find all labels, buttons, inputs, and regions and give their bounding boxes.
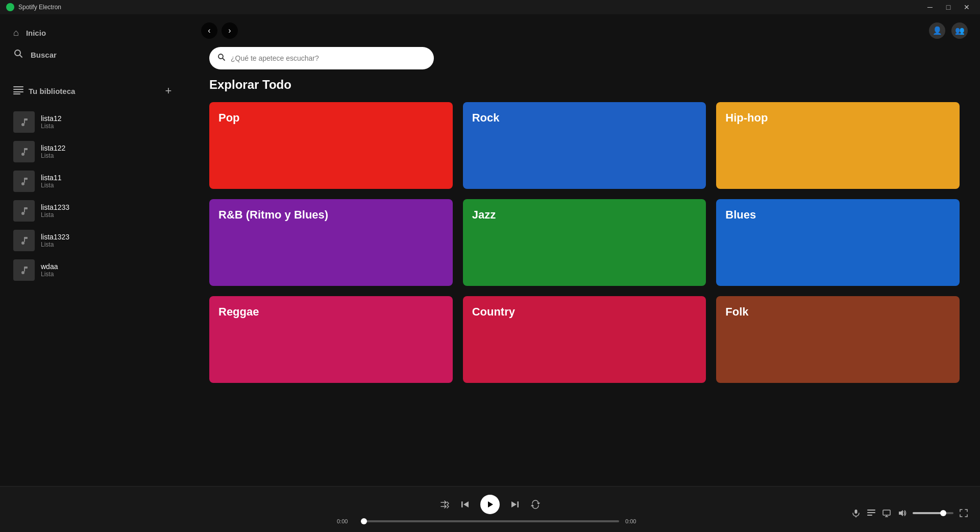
library-title-group: Tu biblioteca — [13, 86, 75, 96]
playlist-thumb — [13, 141, 35, 162]
genre-label: Country — [472, 305, 515, 318]
genre-label: Blues — [725, 208, 756, 221]
svg-marker-29 — [488, 501, 493, 507]
play-button[interactable] — [480, 495, 500, 514]
playlist-info: lista1323 Lista — [41, 233, 69, 248]
genre-label: Pop — [218, 111, 240, 124]
home-icon: ⌂ — [13, 28, 19, 38]
genre-card-rnb[interactable]: R&B (Ritmo y Blues) — [209, 199, 453, 286]
mic-button[interactable] — [851, 509, 861, 518]
window-controls: ─ □ ✕ — [923, 0, 974, 14]
back-button[interactable]: ‹ — [201, 22, 217, 39]
playlist-item[interactable]: lista12 Lista — [6, 107, 183, 137]
svg-rect-35 — [867, 512, 875, 513]
header-right: 👤 👥 — [929, 22, 968, 39]
titlebar-left: Spotify Electron — [6, 3, 61, 11]
svg-marker-40 — [899, 510, 903, 516]
screen-button[interactable] — [882, 509, 891, 518]
svg-line-26 — [223, 58, 225, 60]
svg-marker-28 — [463, 501, 469, 507]
progress-track[interactable] — [361, 520, 619, 522]
library-header: Tu biblioteca + — [6, 79, 183, 103]
volume-track[interactable] — [913, 512, 953, 514]
sidebar-search-label: Buscar — [31, 51, 57, 59]
content-header: ‹ › 👤 👥 — [189, 14, 980, 47]
playlist-name: lista11 — [41, 174, 61, 182]
svg-rect-27 — [461, 501, 463, 507]
svg-line-2 — [20, 55, 22, 58]
genre-label: Reggae — [218, 305, 259, 318]
genre-card-folk[interactable]: Folk — [716, 296, 960, 383]
explore-content: Explorar Todo PopRockHip-hopR&B (Ritmo y… — [189, 78, 980, 486]
genre-card-rock[interactable]: Rock — [463, 102, 706, 189]
svg-rect-4 — [13, 89, 23, 90]
playlist-name: lista1323 — [41, 233, 69, 241]
friends-icon: 👥 — [955, 26, 965, 35]
library-label: Tu biblioteca — [29, 87, 75, 95]
sidebar-item-home[interactable]: ⌂ Inicio — [6, 22, 183, 43]
svg-point-16 — [21, 212, 24, 215]
svg-point-10 — [21, 153, 24, 156]
fullscreen-button[interactable] — [960, 509, 968, 517]
close-button[interactable]: ✕ — [960, 0, 974, 14]
playlist-item[interactable]: wdaa Lista — [6, 255, 183, 285]
genre-label: R&B (Ritmo y Blues) — [218, 208, 328, 221]
playlist-item[interactable]: lista11 Lista — [6, 166, 183, 196]
playlist-item[interactable]: lista1233 Lista — [6, 196, 183, 226]
genre-card-pop[interactable]: Pop — [209, 102, 453, 189]
friends-button[interactable]: 👥 — [951, 22, 968, 39]
player-right-controls — [851, 509, 968, 518]
repeat-button[interactable] — [530, 499, 541, 510]
shuffle-button[interactable] — [439, 499, 450, 510]
playlist-name: lista12 — [41, 114, 61, 123]
player-controls — [439, 495, 541, 514]
forward-button[interactable]: › — [222, 22, 238, 39]
playlist-item[interactable]: lista1323 Lista — [6, 226, 183, 255]
svg-rect-34 — [867, 510, 875, 511]
minimize-button[interactable]: ─ — [923, 0, 937, 14]
svg-rect-15 — [24, 178, 28, 180]
playlist-thumb — [13, 200, 35, 222]
svg-rect-21 — [24, 237, 28, 239]
svg-rect-9 — [24, 118, 28, 120]
content-area: ‹ › 👤 👥 — [189, 14, 980, 486]
genre-card-blues[interactable]: Blues — [716, 199, 960, 286]
playlist-item[interactable]: lista122 Lista — [6, 137, 183, 166]
sidebar-item-search[interactable]: Buscar — [6, 43, 183, 66]
search-input[interactable] — [231, 54, 426, 62]
playlist-info: lista11 Lista — [41, 174, 61, 189]
search-bar[interactable] — [209, 47, 434, 69]
avatar-icon: 👤 — [933, 26, 942, 35]
titlebar: Spotify Electron ─ □ ✕ — [0, 0, 980, 14]
playlist-thumb — [13, 230, 35, 251]
library-icon — [13, 86, 23, 96]
genre-card-hiphop[interactable]: Hip-hop — [716, 102, 960, 189]
progress-bar-container: 0:00 0:00 — [337, 518, 643, 524]
genre-card-jazz[interactable]: Jazz — [463, 199, 706, 286]
app-icon — [6, 3, 14, 11]
time-total: 0:00 — [625, 518, 643, 524]
playlist-type: Lista — [41, 182, 61, 189]
svg-marker-31 — [511, 501, 517, 507]
playlist-type: Lista — [41, 211, 69, 219]
svg-rect-12 — [24, 148, 28, 150]
svg-point-13 — [21, 182, 24, 185]
avatar-button[interactable]: 👤 — [929, 22, 945, 39]
previous-button[interactable] — [460, 499, 470, 510]
add-playlist-button[interactable]: + — [161, 84, 176, 98]
playlist-thumb — [13, 259, 35, 281]
playlist-info: wdaa Lista — [41, 262, 58, 278]
genre-label: Hip-hop — [725, 111, 768, 124]
playlist-type: Lista — [41, 271, 58, 278]
svg-rect-5 — [13, 91, 23, 92]
genre-card-country[interactable]: Country — [463, 296, 706, 383]
volume-thumb — [940, 510, 946, 516]
genre-card-reggae[interactable]: Reggae — [209, 296, 453, 383]
volume-button[interactable] — [897, 509, 906, 518]
search-container — [189, 47, 980, 78]
playlist-type: Lista — [41, 152, 65, 159]
next-button[interactable] — [510, 499, 520, 510]
playlist-thumb — [13, 171, 35, 192]
maximize-button[interactable]: □ — [941, 0, 955, 14]
queue-button[interactable] — [867, 509, 876, 518]
